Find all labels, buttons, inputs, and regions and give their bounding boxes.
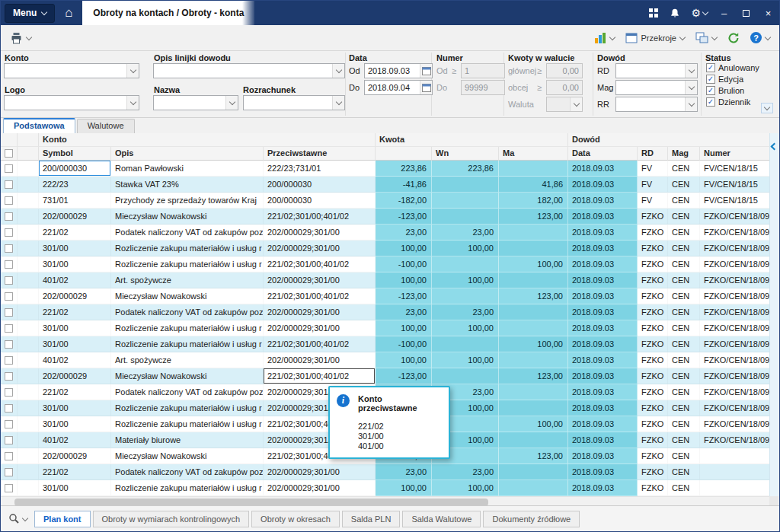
status-checkbox-dziennik[interactable]: ✓Dziennik	[706, 97, 750, 107]
cell-przeciwstawne[interactable]: 202/000029;301/00	[264, 480, 376, 496]
status-checkbox-edycja[interactable]: ✓Edycja	[706, 75, 743, 84]
cell-symbol[interactable]: 401/02	[39, 352, 111, 368]
cell-opis[interactable]: Rozliczenie zakupu materiałów i usług r	[111, 400, 264, 416]
cell-data[interactable]: 2018.09.03	[568, 416, 638, 432]
cell-ma[interactable]	[499, 161, 568, 177]
table-row[interactable]: 221/02 Podatek naliczony VAT od zakupów …	[1, 225, 770, 241]
cell-opis[interactable]: Mieczysław Nowakowski	[111, 368, 264, 384]
cell-przeciwstawne[interactable]: 202/000029;301/00	[264, 352, 376, 368]
row-checkbox[interactable]	[1, 256, 18, 272]
cell-numer[interactable]	[700, 464, 770, 480]
row-checkbox[interactable]	[1, 288, 18, 304]
cell-ma[interactable]: 123,00	[499, 288, 568, 304]
konto-combo[interactable]	[4, 63, 139, 78]
cell-rd[interactable]: FZKO	[638, 432, 668, 448]
cell-rd[interactable]: FZKO	[638, 480, 668, 496]
cell-wn[interactable]	[432, 177, 499, 193]
cell-opis[interactable]: Art. spożywcze	[111, 352, 264, 368]
cell-opis[interactable]: Mieczysław Nowakowski	[111, 448, 264, 464]
cell-data[interactable]: 2018.09.03	[568, 400, 638, 416]
cell-opis[interactable]: Podatek naliczony VAT od zakupów poz	[111, 225, 264, 241]
cell-kwota[interactable]: -123,00	[376, 288, 432, 304]
dowod-mag-combo[interactable]	[615, 80, 698, 95]
cell-symbol[interactable]: 202/000029	[39, 368, 111, 384]
data-do-input[interactable]: 2018.09.04	[364, 80, 433, 95]
table-row[interactable]: 731/01 Przychody ze sprzedaży towarów Kr…	[1, 193, 770, 209]
table-row[interactable]: 221/02 Podatek naliczony VAT od zakupów …	[1, 304, 770, 320]
bottom-tab-obroty-w-wymiarach[interactable]: Obroty w wymiarach kontrolingowych	[93, 511, 250, 527]
cell-przeciwstawne[interactable]: 202/000029;301/00	[264, 320, 376, 336]
cell-numer[interactable]: FZKO/CEN/18/09/14	[700, 288, 770, 304]
cell-ma[interactable]	[499, 272, 568, 288]
nazwa-combo[interactable]	[153, 95, 238, 110]
cell-przeciwstawne[interactable]: 202/000029;301/00	[264, 225, 376, 241]
apps-grid-button[interactable]	[643, 1, 664, 25]
row-checkbox[interactable]	[1, 193, 18, 209]
cell-numer[interactable]: FZKO/CEN/18/09/15	[700, 384, 770, 400]
cell-ma[interactable]	[499, 384, 568, 400]
cell-numer[interactable]: FZKO/CEN/18/09/15	[700, 416, 770, 432]
cell-przeciwstawne[interactable]: 222/23;731/01	[264, 161, 376, 177]
cell-rd[interactable]: FZKO	[638, 464, 668, 480]
logo-combo[interactable]	[4, 95, 139, 110]
cell-wn[interactable]: 23,00	[432, 464, 499, 480]
cell-symbol[interactable]: 301/00	[39, 480, 111, 496]
cell-rd[interactable]: FZKO	[638, 352, 668, 368]
cell-kwota[interactable]: -100,00	[376, 336, 432, 352]
combo-dropdown-button[interactable]	[332, 96, 344, 110]
cell-przeciwstawne[interactable]: 202/000029;301/00	[264, 464, 376, 480]
row-checkbox[interactable]	[1, 225, 18, 241]
cell-symbol[interactable]: 202/000029	[39, 448, 111, 464]
cell-numer[interactable]: FZKO/CEN/18/09/15	[700, 432, 770, 448]
cell-wn[interactable]: 100,00	[432, 241, 499, 256]
rozrachunek-combo[interactable]	[243, 95, 345, 110]
collapse-panel-button[interactable]	[770, 144, 778, 149]
status-scroll-down-button[interactable]	[761, 103, 773, 113]
cell-data[interactable]: 2018.09.03	[568, 384, 638, 400]
cell-symbol[interactable]: 401/02	[39, 272, 111, 288]
minimize-button[interactable]: –	[713, 1, 735, 25]
cell-przeciwstawne[interactable]: 200/000030	[264, 177, 376, 193]
table-row[interactable]: 301/00 Rozliczenie zakupu materiałów i u…	[1, 336, 770, 352]
cell-ma[interactable]: 182,00	[499, 193, 568, 209]
search-button[interactable]	[4, 511, 32, 527]
cell-opis[interactable]: Podatek naliczony VAT od zakupów poz	[111, 304, 264, 320]
cell-rd[interactable]: FZKO	[638, 368, 668, 384]
cell-kwota[interactable]: 100,00	[376, 480, 432, 496]
cell-rd[interactable]: FZKO	[638, 272, 668, 288]
cell-symbol[interactable]: 301/00	[39, 320, 111, 336]
home-button[interactable]: ⌂	[55, 1, 82, 25]
cell-data[interactable]: 2018.09.03	[568, 225, 638, 241]
cell-mag[interactable]: CEN	[668, 288, 700, 304]
cell-numer[interactable]: FV/CEN/18/15	[700, 193, 770, 209]
cell-data[interactable]: 2018.09.03	[568, 209, 638, 225]
cell-opis[interactable]: Rozliczenie zakupu materiałów i usług r	[111, 416, 264, 432]
cell-rd[interactable]: FV	[638, 193, 668, 209]
cell-ma[interactable]	[499, 225, 568, 241]
cell-numer[interactable]: FZKO/CEN/18/09/14	[700, 320, 770, 336]
cell-rd[interactable]: FV	[638, 177, 668, 193]
column-header-opis[interactable]: Opis	[111, 147, 264, 161]
table-row[interactable]: 200/000030 Roman Pawłowski 222/23;731/01…	[1, 161, 770, 177]
combo-dropdown-button[interactable]	[685, 81, 697, 94]
bottom-tab-salda-pln[interactable]: Salda PLN	[342, 511, 401, 527]
cell-mag[interactable]: CEN	[668, 448, 700, 464]
table-row[interactable]: 202/000029 Mieczysław Nowakowski 221/02;…	[1, 368, 770, 384]
row-checkbox[interactable]	[1, 384, 18, 400]
cell-numer[interactable]: FZKO/CEN/18/09/13	[700, 272, 770, 288]
cell-opis[interactable]: Rozliczenie zakupu materiałów i usług r	[111, 336, 264, 352]
column-header-numer[interactable]: Numer	[700, 147, 770, 161]
cell-mag[interactable]: CEN	[668, 272, 700, 288]
cell-ma[interactable]	[499, 480, 568, 496]
cell-data[interactable]: 2018.09.03	[568, 448, 638, 464]
chart-button[interactable]	[589, 28, 620, 48]
cell-numer[interactable]	[700, 480, 770, 496]
cell-przeciwstawne[interactable]: 221/02;301/00;401/02	[264, 368, 376, 384]
cell-mag[interactable]: CEN	[668, 480, 700, 496]
help-button[interactable]: ?	[745, 28, 775, 48]
cell-przeciwstawne[interactable]: 200/000030	[264, 193, 376, 209]
cell-rd[interactable]: FZKO	[638, 336, 668, 352]
row-checkbox[interactable]	[1, 320, 18, 336]
cell-data[interactable]: 2018.09.03	[568, 193, 638, 209]
cell-rd[interactable]: FZKO	[638, 256, 668, 272]
